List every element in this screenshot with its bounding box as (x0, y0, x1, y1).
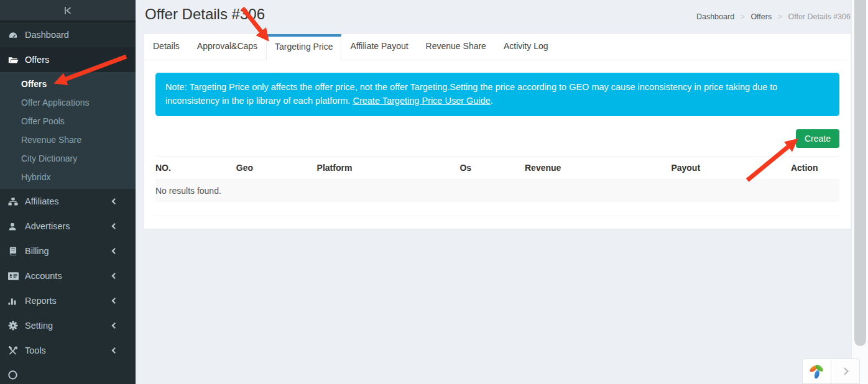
column-header-os: Os (459, 156, 525, 179)
column-header-payout: Payout (671, 156, 791, 179)
user-icon (8, 222, 21, 231)
sidebar-item-reports[interactable]: Reports (0, 288, 136, 313)
create-button[interactable]: Create (796, 129, 839, 148)
page-title: Offer Details #306 (145, 6, 265, 23)
submenu-item-offer-pools[interactable]: Offer Pools (0, 112, 136, 130)
targeting-price-guide-link[interactable]: Create Targeting Price User Guide (353, 96, 490, 106)
sidebar-item-label: Tools (25, 345, 46, 355)
chevron-left-icon (112, 273, 118, 279)
targeting-price-note: Note: Targeting Price only affects the o… (155, 73, 839, 116)
support-widget-logo-button[interactable] (802, 359, 831, 384)
sidebar-item-label: Advertisers (25, 221, 70, 231)
breadcrumb-separator: > (741, 12, 745, 21)
sidebar-item-billing[interactable]: Billing (0, 239, 136, 263)
sitemap-icon (8, 198, 21, 206)
gear-icon (8, 321, 21, 331)
sidebar-item-label: Offers (25, 55, 49, 65)
dashboard-gauge-icon (8, 31, 21, 39)
table-spacer-row (155, 202, 839, 216)
id-card-icon (8, 272, 21, 280)
chevron-left-icon (112, 248, 118, 254)
tab-affiliate-payout[interactable]: Affiliate Payout (341, 34, 417, 60)
breadcrumb: Dashboard > Offers > Offer Details #306 (696, 12, 851, 21)
tools-icon (8, 346, 21, 355)
tab-approval-caps[interactable]: Approval&Caps (188, 34, 266, 60)
tab-activity-log[interactable]: Activity Log (495, 34, 557, 60)
tab-details[interactable]: Details (144, 34, 188, 60)
column-header-revenue: Revenue (525, 156, 671, 179)
submenu-item-revenue-share[interactable]: Revenue Share (0, 130, 136, 149)
targeting-price-panel: Note: Targeting Price only affects the o… (144, 60, 851, 229)
bar-chart-icon (8, 296, 21, 305)
sidebar-item-label: Accounts (25, 271, 62, 281)
sidebar-item-advertisers[interactable]: Advertisers (0, 214, 136, 239)
sidebar-item-label: Dashboard (25, 30, 69, 40)
tab-targeting-price[interactable]: Targeting Price (266, 34, 341, 60)
sidebar-item-label: Setting (25, 321, 53, 331)
sidebar-item-label: Affiliates (25, 196, 59, 206)
targeting-price-table: NO. Geo Platform Os Revenue Payout Actio… (155, 156, 839, 217)
circle-icon (8, 370, 21, 380)
breadcrumb-current: Offer Details #306 (788, 12, 851, 21)
no-results-message: No results found. (155, 179, 839, 202)
sidebar-item-label: Reports (25, 296, 57, 306)
support-widget-expand-button[interactable] (831, 359, 860, 384)
column-header-geo: Geo (236, 156, 317, 179)
collapse-left-icon (62, 6, 73, 16)
chevron-right-icon (841, 367, 849, 375)
scrollbar-thumb[interactable] (854, 0, 866, 346)
sidebar-item-dashboard[interactable]: Dashboard (0, 22, 136, 47)
column-header-no: NO. (155, 156, 236, 179)
sidebar-item-tools[interactable]: Tools (0, 338, 136, 363)
sidebar-item-setting[interactable]: Setting (0, 313, 136, 338)
scrollbar-track (851, 0, 868, 384)
sidebar-item-offers[interactable]: Offers (0, 47, 136, 72)
sidebar-collapse-button[interactable] (0, 0, 136, 22)
submenu-item-city-dictionary[interactable]: City Dictionary (0, 149, 136, 168)
sidebar-item-label: Billing (25, 246, 49, 256)
table-header-row: NO. Geo Platform Os Revenue Payout Actio… (155, 156, 839, 179)
sidebar-item-partial[interactable] (0, 363, 136, 384)
offer-details-tabs: Details Approval&Caps Targeting Price Af… (144, 34, 851, 60)
create-row: Create (155, 129, 839, 149)
note-text-suffix: . (491, 96, 493, 106)
column-header-platform: Platform (317, 156, 460, 179)
sidebar: Dashboard Offers Offers Offer Applicatio… (0, 0, 136, 384)
support-widget (802, 359, 860, 384)
breadcrumb-dashboard[interactable]: Dashboard (696, 12, 734, 21)
book-icon (8, 247, 21, 255)
chevron-left-icon (112, 198, 118, 204)
sidebar-item-affiliates[interactable]: Affiliates (0, 189, 136, 214)
folder-open-icon (8, 56, 21, 64)
tab-revenue-share[interactable]: Revenue Share (417, 34, 495, 60)
flower-logo-icon (808, 363, 825, 380)
chevron-left-icon (112, 347, 118, 354)
chevron-left-icon (112, 298, 118, 304)
chevron-left-icon (112, 322, 118, 329)
column-header-action: Action (791, 156, 839, 179)
offers-submenu: Offers Offer Applications Offer Pools Re… (0, 72, 136, 189)
breadcrumb-offers[interactable]: Offers (750, 12, 772, 21)
chevron-left-icon (112, 223, 118, 229)
breadcrumb-separator: > (778, 12, 782, 21)
table-empty-row: No results found. (155, 179, 839, 202)
submenu-item-hybridx[interactable]: Hybridx (0, 168, 136, 186)
submenu-item-offers[interactable]: Offers (0, 75, 136, 93)
sidebar-item-accounts[interactable]: Accounts (0, 263, 136, 288)
submenu-item-offer-applications[interactable]: Offer Applications (0, 93, 136, 112)
